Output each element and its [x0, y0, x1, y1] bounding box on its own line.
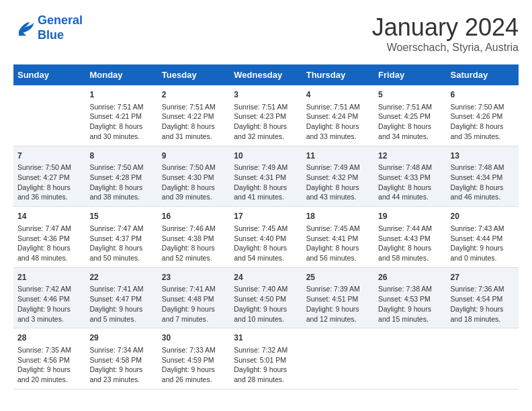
calendar-cell: 16Sunrise: 7:46 AMSunset: 4:38 PMDayligh… — [158, 207, 230, 268]
calendar-cell: 31Sunrise: 7:32 AMSunset: 5:01 PMDayligh… — [230, 328, 302, 390]
day-info: Sunrise: 7:49 AMSunset: 4:31 PMDaylight:… — [234, 163, 298, 202]
day-info: Sunrise: 7:42 AMSunset: 4:46 PMDaylight:… — [17, 284, 81, 324]
day-number: 16 — [162, 211, 226, 222]
calendar-cell: 8Sunrise: 7:50 AMSunset: 4:28 PMDaylight… — [85, 146, 157, 207]
logo-text: General Blue — [38, 13, 83, 42]
day-info: Sunrise: 7:35 AMSunset: 4:56 PMDaylight:… — [17, 345, 81, 385]
col-header-friday: Friday — [374, 64, 446, 85]
calendar-cell — [374, 328, 446, 390]
day-info: Sunrise: 7:40 AMSunset: 4:50 PMDaylight:… — [234, 284, 298, 324]
day-info: Sunrise: 7:51 AMSunset: 4:25 PMDaylight:… — [378, 102, 442, 142]
calendar-cell: 6Sunrise: 7:50 AMSunset: 4:26 PMDaylight… — [447, 85, 519, 146]
day-info: Sunrise: 7:46 AMSunset: 4:38 PMDaylight:… — [162, 224, 226, 263]
calendar-cell: 5Sunrise: 7:51 AMSunset: 4:25 PMDaylight… — [374, 85, 446, 146]
day-info: Sunrise: 7:50 AMSunset: 4:26 PMDaylight:… — [451, 102, 515, 142]
calendar-week-row: 7Sunrise: 7:50 AMSunset: 4:27 PMDaylight… — [13, 146, 519, 207]
day-info: Sunrise: 7:32 AMSunset: 5:01 PMDaylight:… — [234, 345, 298, 385]
day-info: Sunrise: 7:41 AMSunset: 4:47 PMDaylight:… — [89, 284, 153, 324]
day-number: 3 — [234, 89, 298, 101]
day-number: 23 — [162, 272, 226, 283]
day-number: 26 — [378, 272, 442, 283]
calendar-cell: 21Sunrise: 7:42 AMSunset: 4:46 PMDayligh… — [13, 267, 85, 328]
calendar-cell: 15Sunrise: 7:47 AMSunset: 4:37 PMDayligh… — [85, 207, 157, 268]
day-info: Sunrise: 7:51 AMSunset: 4:24 PMDaylight:… — [306, 102, 370, 142]
calendar-cell: 28Sunrise: 7:35 AMSunset: 4:56 PMDayligh… — [13, 328, 85, 390]
col-header-monday: Monday — [85, 64, 157, 85]
logo-icon — [13, 19, 35, 38]
calendar-cell: 10Sunrise: 7:49 AMSunset: 4:31 PMDayligh… — [230, 146, 302, 207]
calendar-cell: 25Sunrise: 7:39 AMSunset: 4:51 PMDayligh… — [302, 267, 374, 328]
day-info: Sunrise: 7:51 AMSunset: 4:23 PMDaylight:… — [234, 102, 298, 142]
calendar-cell: 18Sunrise: 7:45 AMSunset: 4:41 PMDayligh… — [302, 207, 374, 268]
day-number: 13 — [451, 150, 515, 162]
day-number: 29 — [89, 332, 153, 344]
day-number: 25 — [306, 272, 370, 283]
col-header-saturday: Saturday — [447, 64, 519, 85]
day-info: Sunrise: 7:43 AMSunset: 4:44 PMDaylight:… — [451, 224, 515, 263]
day-number: 8 — [89, 150, 153, 162]
day-info: Sunrise: 7:38 AMSunset: 4:53 PMDaylight:… — [378, 284, 442, 324]
calendar-cell: 24Sunrise: 7:40 AMSunset: 4:50 PMDayligh… — [230, 267, 302, 328]
calendar-cell: 20Sunrise: 7:43 AMSunset: 4:44 PMDayligh… — [447, 207, 519, 268]
day-number: 5 — [378, 89, 442, 101]
day-info: Sunrise: 7:51 AMSunset: 4:22 PMDaylight:… — [162, 102, 226, 142]
day-number: 22 — [89, 272, 153, 283]
day-number: 4 — [306, 89, 370, 101]
col-header-thursday: Thursday — [302, 64, 374, 85]
day-number: 2 — [162, 89, 226, 101]
day-number: 31 — [234, 332, 298, 344]
col-header-sunday: Sunday — [13, 64, 85, 85]
day-info: Sunrise: 7:47 AMSunset: 4:36 PMDaylight:… — [17, 224, 81, 263]
day-number: 21 — [17, 272, 81, 283]
day-number: 27 — [451, 272, 515, 283]
calendar-cell: 9Sunrise: 7:50 AMSunset: 4:30 PMDaylight… — [158, 146, 230, 207]
calendar-week-row: 14Sunrise: 7:47 AMSunset: 4:36 PMDayligh… — [13, 207, 519, 268]
calendar-cell: 19Sunrise: 7:44 AMSunset: 4:43 PMDayligh… — [374, 207, 446, 268]
calendar-cell: 11Sunrise: 7:49 AMSunset: 4:32 PMDayligh… — [302, 146, 374, 207]
calendar-cell — [13, 85, 85, 146]
calendar-cell: 12Sunrise: 7:48 AMSunset: 4:33 PMDayligh… — [374, 146, 446, 207]
calendar-cell: 23Sunrise: 7:41 AMSunset: 4:48 PMDayligh… — [158, 267, 230, 328]
day-number: 14 — [17, 211, 81, 222]
calendar-header-row: SundayMondayTuesdayWednesdayThursdayFrid… — [13, 64, 519, 85]
day-info: Sunrise: 7:50 AMSunset: 4:30 PMDaylight:… — [162, 163, 226, 202]
day-info: Sunrise: 7:41 AMSunset: 4:48 PMDaylight:… — [162, 284, 226, 324]
calendar-cell — [302, 328, 374, 390]
day-number: 17 — [234, 211, 298, 222]
day-info: Sunrise: 7:49 AMSunset: 4:32 PMDaylight:… — [306, 163, 370, 202]
day-info: Sunrise: 7:45 AMSunset: 4:41 PMDaylight:… — [306, 224, 370, 263]
calendar-cell: 29Sunrise: 7:34 AMSunset: 4:58 PMDayligh… — [85, 328, 157, 390]
calendar-week-row: 28Sunrise: 7:35 AMSunset: 4:56 PMDayligh… — [13, 328, 519, 390]
day-info: Sunrise: 7:47 AMSunset: 4:37 PMDaylight:… — [89, 224, 153, 263]
calendar-cell: 13Sunrise: 7:48 AMSunset: 4:34 PMDayligh… — [447, 146, 519, 207]
day-number: 10 — [234, 150, 298, 162]
day-info: Sunrise: 7:44 AMSunset: 4:43 PMDaylight:… — [378, 224, 442, 263]
day-number: 9 — [162, 150, 226, 162]
calendar-cell: 3Sunrise: 7:51 AMSunset: 4:23 PMDaylight… — [230, 85, 302, 146]
calendar-cell: 17Sunrise: 7:45 AMSunset: 4:40 PMDayligh… — [230, 207, 302, 268]
day-info: Sunrise: 7:39 AMSunset: 4:51 PMDaylight:… — [306, 284, 370, 324]
location-subtitle: Woerschach, Styria, Austria — [372, 42, 519, 54]
calendar-cell: 22Sunrise: 7:41 AMSunset: 4:47 PMDayligh… — [85, 267, 157, 328]
day-info: Sunrise: 7:48 AMSunset: 4:33 PMDaylight:… — [378, 163, 442, 202]
day-number: 20 — [451, 211, 515, 222]
day-info: Sunrise: 7:48 AMSunset: 4:34 PMDaylight:… — [451, 163, 515, 202]
day-number: 6 — [451, 89, 515, 101]
month-title: January 2024 — [372, 13, 519, 42]
day-info: Sunrise: 7:34 AMSunset: 4:58 PMDaylight:… — [89, 345, 153, 385]
title-block: January 2024 Woerschach, Styria, Austria — [372, 13, 519, 54]
calendar-cell: 26Sunrise: 7:38 AMSunset: 4:53 PMDayligh… — [374, 267, 446, 328]
day-number: 12 — [378, 150, 442, 162]
calendar-cell: 14Sunrise: 7:47 AMSunset: 4:36 PMDayligh… — [13, 207, 85, 268]
day-info: Sunrise: 7:51 AMSunset: 4:21 PMDaylight:… — [89, 102, 153, 142]
day-number: 18 — [306, 211, 370, 222]
day-number: 24 — [234, 272, 298, 283]
calendar-cell: 2Sunrise: 7:51 AMSunset: 4:22 PMDaylight… — [158, 85, 230, 146]
day-number: 30 — [162, 332, 226, 344]
day-number: 19 — [378, 211, 442, 222]
day-info: Sunrise: 7:36 AMSunset: 4:54 PMDaylight:… — [451, 284, 515, 324]
day-info: Sunrise: 7:45 AMSunset: 4:40 PMDaylight:… — [234, 224, 298, 263]
day-info: Sunrise: 7:50 AMSunset: 4:28 PMDaylight:… — [89, 163, 153, 202]
calendar-cell: 30Sunrise: 7:33 AMSunset: 4:59 PMDayligh… — [158, 328, 230, 390]
day-info: Sunrise: 7:50 AMSunset: 4:27 PMDaylight:… — [17, 163, 81, 202]
